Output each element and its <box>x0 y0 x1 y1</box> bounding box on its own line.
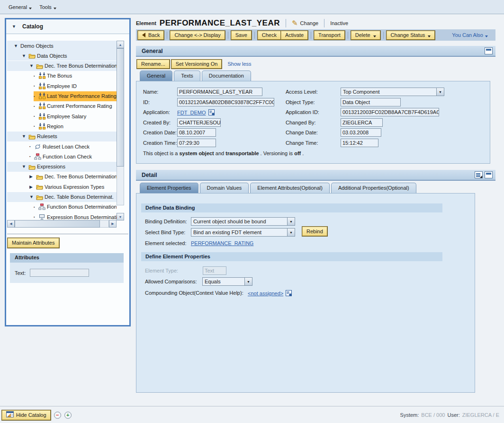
tree-item-last-year-performance-rating[interactable]: ▪Last Year Performance Rating <box>7 91 117 101</box>
tree-item-dec-tree-bonus-determination[interactable]: ▶Dec. Tree Bonus Determination <box>7 172 117 182</box>
divider <box>324 19 324 27</box>
vertical-scrollbar-thumb[interactable] <box>117 48 124 167</box>
access-level-select[interactable]: Top Component▼ <box>341 88 444 96</box>
tree-item-rulesets[interactable]: ▼Rulesets <box>7 132 117 141</box>
collapse-tray-icon[interactable] <box>485 171 493 178</box>
application-id-field[interactable]: 0013212003FC02DB8AA7CB7F4D619AC2 <box>341 108 439 116</box>
show-less-link[interactable]: Show less <box>227 61 251 67</box>
tree-item-the-bonus[interactable]: ▪The Bonus <box>7 71 117 81</box>
menu-general[interactable]: General <box>5 3 36 11</box>
change-date-field[interactable]: 03.03.2008 <box>341 128 381 137</box>
id-field[interactable]: 00132120A5A802DB8C93878C2FF7C0C6 <box>177 98 274 106</box>
tree-item-employee-id[interactable]: ▪Employee ID <box>7 81 117 91</box>
chevron-down-icon[interactable]: ▼ <box>29 194 36 199</box>
activate-button[interactable]: Activate <box>281 31 308 40</box>
chevron-right-icon[interactable]: ▶ <box>29 185 36 189</box>
change-time-field[interactable]: 15:12:42 <box>341 139 378 147</box>
tree-item-expression-bonus-determinatio[interactable]: ▪Expression Bonus Determinatio <box>7 212 117 220</box>
general-tabstrip: GeneralTextsDocumentation <box>140 70 252 81</box>
name-field[interactable]: PERFORMANCE_LAST_YEAR <box>177 88 262 96</box>
tree-item-function-bonus-determination[interactable]: ▪Function Bonus Determination <box>7 202 117 212</box>
bind-type-select[interactable]: Bind an existing FDT element ▼ <box>191 228 295 237</box>
maintain-attributes-button[interactable]: Maintain Attributes <box>8 238 59 248</box>
delete-button[interactable]: Delete <box>351 31 380 40</box>
scroll-up-icon[interactable]: ▲ <box>117 41 124 48</box>
chevron-down-icon[interactable]: ▼ <box>14 44 20 48</box>
tree-item-dec-table-bonus-determinat[interactable]: ▼Dec. Table Bonus Determinat. <box>7 192 117 202</box>
catalog-header[interactable]: ▼ Catalog <box>6 19 129 34</box>
tree-item-employee-salary[interactable]: ▪Employee Salary <box>7 111 117 121</box>
collapse-tray-icon[interactable] <box>485 47 493 54</box>
menu-tools[interactable]: Tools <box>36 3 60 11</box>
chevron-down-icon[interactable]: ▼ <box>287 228 295 237</box>
tab-documentation[interactable]: Documentation <box>202 70 251 81</box>
tree-item-various-expression-types[interactable]: ▶Various Expression Types <box>7 182 117 192</box>
tray-menu-icon[interactable] <box>475 171 483 178</box>
change-status-button[interactable]: Change Status <box>387 31 435 40</box>
check-button[interactable]: Check <box>258 31 281 40</box>
chevron-down-icon[interactable]: ▼ <box>12 24 18 29</box>
object-type-field[interactable]: Data Object <box>341 98 401 106</box>
hide-catalog-button[interactable]: Hide Catalog <box>2 410 51 420</box>
scroll-left-icon[interactable]: ◀ <box>7 220 15 228</box>
creation-date-field[interactable]: 08.10.2007 <box>177 128 216 137</box>
changed-by-field[interactable]: ZIEGLERCA <box>341 118 383 127</box>
compounding-object-value: <not assigned> <box>248 290 292 297</box>
detail-icon[interactable] <box>286 290 292 297</box>
tab-element-attributes-optional[interactable]: Element Attributes(Optional) <box>250 183 330 193</box>
tab-additional-properties-optional[interactable]: Additional Properties(Optional) <box>331 183 416 193</box>
element-selected-link[interactable]: PERFORMANCE_RATING <box>191 240 253 246</box>
tab-general[interactable]: General <box>140 70 172 81</box>
fdt-demo-link[interactable]: FDT_DEMO <box>177 110 206 115</box>
bullet-icon: ▪ <box>34 74 38 78</box>
tab-texts[interactable]: Texts <box>174 70 200 81</box>
chevron-down-icon[interactable]: ▼ <box>287 217 295 226</box>
tab-domain-values[interactable]: Domain Values <box>200 183 249 193</box>
detail-icon[interactable] <box>208 109 215 116</box>
created-by-field[interactable]: CHATTERJESOU <box>177 118 221 127</box>
access-level-label: Access Level: <box>286 89 318 95</box>
tree-item-region[interactable]: ▪Region <box>7 121 117 131</box>
chevron-right-icon[interactable]: ▶ <box>29 174 36 179</box>
tab-element-properties[interactable]: Element Properties <box>140 183 198 193</box>
tree-item-current-performance-rating[interactable]: ▪Current Performance Rating <box>7 101 117 111</box>
chevron-down-icon[interactable]: ▼ <box>22 53 28 58</box>
tree-item-expressions[interactable]: ▼Expressions <box>7 162 117 172</box>
binding-definition-select[interactable]: Current object should be bound ▼ <box>191 217 295 226</box>
not-assigned-link[interactable]: <not assigned> <box>248 291 283 296</box>
top-menubar: GeneralTools <box>0 0 504 14</box>
tree-item-content: ▪Function Bonus Determination <box>34 202 117 212</box>
allowed-comparisons-select[interactable]: Equals ▼ <box>202 277 252 286</box>
attributes-text-input[interactable] <box>30 269 89 277</box>
creation-time-field[interactable]: 07:29:30 <box>177 139 216 147</box>
change-button[interactable]: Change <box>300 20 319 26</box>
tree-item-ruleset-loan-check[interactable]: ▪Ruleset Loan Check <box>7 141 117 151</box>
tree-item-dec-tree-bonus-determination[interactable]: ▼Dec. Tree Bonus Determination <box>7 61 117 71</box>
tree-item-content: ▼Dec. Tree Bonus Determination <box>29 61 117 71</box>
grow-panel-icon[interactable]: + <box>64 412 72 419</box>
tree-item-data-objects[interactable]: ▼Data Objects <box>7 51 117 61</box>
horizontal-scrollbar-thumb[interactable] <box>15 220 100 228</box>
you-can-also-menu[interactable]: You Can Also <box>452 32 492 38</box>
tree-item-label: Various Expression Types <box>45 184 104 190</box>
catalog-tree: ▼Demo Objects▼Data Objects▼Dec. Tree Bon… <box>7 41 117 220</box>
chevron-down-icon[interactable]: ▼ <box>244 277 252 286</box>
save-button[interactable]: Save <box>231 31 252 40</box>
tree-item-function-loan-check[interactable]: ▪Function Loan Check <box>7 151 117 161</box>
chevron-down-icon[interactable]: ▼ <box>29 63 36 68</box>
chevron-down-icon[interactable]: ▼ <box>22 164 28 169</box>
change-display-button[interactable]: Change <-> Display <box>170 31 225 40</box>
transport-button[interactable]: Transport <box>314 31 345 40</box>
rebind-button[interactable]: Rebind <box>302 227 327 236</box>
back-button[interactable]: Back <box>138 31 164 40</box>
scroll-down-icon[interactable]: ▼ <box>117 213 124 220</box>
chevron-down-icon[interactable]: ▼ <box>22 134 28 139</box>
scroll-right-icon[interactable]: ▶ <box>109 220 117 228</box>
chevron-down-icon[interactable]: ▼ <box>436 88 444 96</box>
set-versioning-on-button[interactable]: Set Versioning On <box>171 60 222 69</box>
tree-item-demo-objects[interactable]: ▼Demo Objects <box>7 41 117 51</box>
statusbar: Hide Catalog − + System: BCE / 000 User:… <box>0 408 504 422</box>
shrink-panel-icon[interactable]: − <box>54 412 61 419</box>
divider <box>286 19 286 27</box>
rename-button[interactable]: Rename... <box>137 60 170 69</box>
